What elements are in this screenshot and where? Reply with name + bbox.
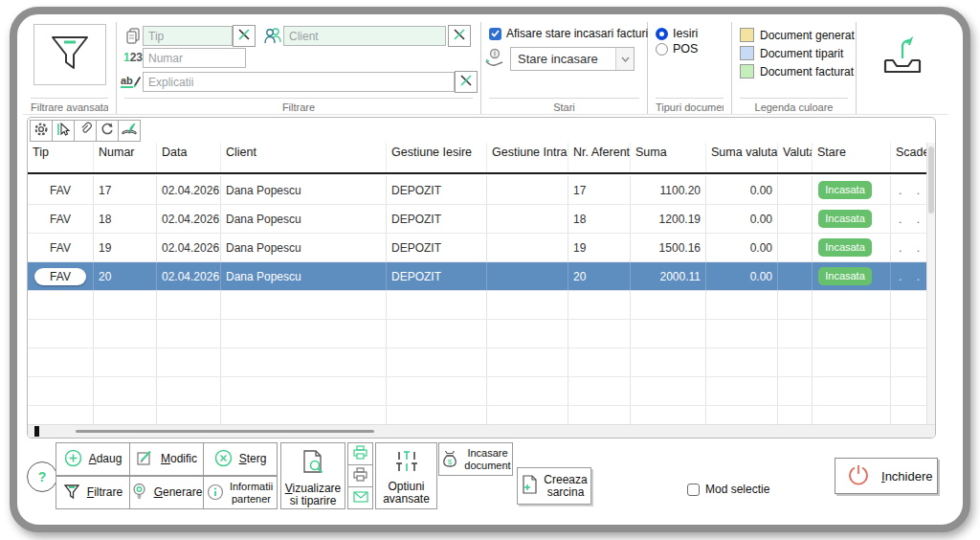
power-icon [847,463,870,489]
client-person-icon [262,26,283,45]
plus-circle-icon [64,449,82,470]
explicatii-input[interactable] [143,72,455,92]
document-preview-icon [301,449,325,479]
radio-unselected-icon [656,43,668,56]
button-label: Creeaza sarcina [544,474,588,499]
select-cursor-button[interactable] [52,120,75,142]
select-value: Stare incasare [511,52,615,66]
numar-123-icon: 123 [122,48,144,67]
attachments-button[interactable] [74,120,97,142]
clear-tip-button[interactable] [233,25,256,47]
incasare-document-button[interactable]: $ Incasare document [438,442,513,476]
legend-item-tiparit: Document tiparit [740,46,843,60]
numar-input[interactable] [143,48,246,68]
col-nr-aferent: Nr. Aferent [568,143,631,172]
button-label: Incasare document [464,447,512,472]
horizontal-scrollbar[interactable] [28,424,935,438]
document-type-icon [122,26,144,45]
radio-label: Iesiri [673,27,698,40]
section-label: Filtrare [124,98,473,113]
col-numar: Numar [94,143,157,172]
radio-pos[interactable]: POS [656,42,698,56]
documents-table-panel: Tip Numar Data Client Gestiune Iesire Ge… [27,117,936,439]
inchidere-button[interactable]: Inchidere [835,458,938,494]
mod-selectie-checkbox-row[interactable]: Mod selectie [687,483,769,496]
top-toolbar: Filtrare avansata 123 [23,22,947,115]
col-valuta: Valuta [778,143,813,172]
legend-yellow-swatch [740,28,754,42]
vertical-scrollbar[interactable] [926,143,935,425]
active-cell[interactable]: FAV [34,268,86,285]
col-client: Client [221,143,387,172]
scroll-left-marker [34,426,39,437]
table-row[interactable]: FAV 19 02.04.2026 Dana Popescu DEPOZIT 1… [28,234,927,262]
generare-button[interactable]: Generare [129,476,204,509]
informatii-partener-button[interactable]: Informatii partener [203,476,278,509]
filtrare-button[interactable]: Filtrare [56,476,130,509]
button-label: Informatii partener [229,481,275,506]
horizontal-scrollbar-thumb[interactable] [76,430,374,433]
adaug-button[interactable]: Adaug [56,442,130,476]
advanced-filter-button[interactable] [33,24,106,85]
print-button[interactable] [347,442,373,465]
dialog-frame: Filtrare avansata 123 [10,7,970,532]
inbox-export-icon [878,68,927,84]
modific-button[interactable]: Modific [129,442,204,476]
email-button[interactable] [347,486,373,509]
edit-pencil-icon [136,449,154,470]
col-gestiune-iesire: Gestiune Iesire [387,143,487,172]
paperclip-icon [78,122,93,141]
sterg-button[interactable]: Sterg [203,442,278,476]
chevron-down-icon [615,48,634,70]
checkbox-label: Mod selectie [705,483,769,496]
button-label: Generare [154,486,203,499]
button-label: Vizualizare si tiparire [282,483,344,507]
export-inbox-button[interactable] [878,35,927,85]
checkbox-checked-icon[interactable] [489,28,501,40]
button-label: Optiuni avansate [378,481,435,506]
journal-button[interactable] [118,120,141,142]
radio-iesiri[interactable]: Iesiri [656,27,698,40]
section-filtrare-avansata: Filtrare avansata [23,22,117,114]
col-suma-valuta: Suma valuta [706,143,778,172]
legend-item-generat: Document generat [740,28,855,42]
x-circle-icon [214,449,233,470]
client-input[interactable] [283,26,446,46]
col-gestiune-intrare: Gestiune Intrare [487,143,568,172]
afisare-stare-checkbox-row[interactable]: Afisare stare incasari facturi [489,27,648,40]
button-label: Adaug [89,453,122,465]
pencil-icon [133,75,142,88]
radio-selected-icon [656,28,668,40]
clear-client-button[interactable] [448,25,471,47]
refresh-button[interactable] [96,120,119,142]
creeaza-sarcina-button[interactable]: Creeaza sarcina [517,467,591,505]
section-stari: Afisare stare incasari facturi Stare inc… [481,22,648,114]
section-label: Filtrare avansata [31,98,108,113]
legend-green-swatch [740,64,754,79]
help-button[interactable]: ? [27,461,57,492]
col-tip: Tip [28,143,94,172]
print-copy-button[interactable] [347,464,373,487]
table-row-selected[interactable]: FAV 20 02.04.2026 Dana Popescu DEPOZIT 2… [28,262,927,291]
status-badge: Incasata [818,181,872,199]
table-row[interactable]: FAV 18 02.04.2026 Dana Popescu DEPOZIT 1… [28,205,927,234]
tip-input[interactable] [143,26,233,46]
table-toolbar [30,120,140,142]
table-header[interactable]: Tip Numar Data Client Gestiune Iesire Ge… [28,143,927,174]
settings-button[interactable] [30,120,53,142]
button-label: Modific [161,453,197,465]
printer-icon [352,445,368,462]
stare-incasare-select[interactable]: Stare incasare [510,47,635,71]
empty-row [28,377,927,406]
table-row[interactable]: FAV 17 02.04.2026 Dana Popescu DEPOZIT 1… [28,176,927,205]
checkbox-unchecked-icon[interactable] [687,484,700,496]
radio-label: POS [673,42,698,56]
empty-row [28,320,927,349]
refresh-icon [100,122,115,141]
section-label: Tipuri documente [656,98,724,113]
vertical-scrollbar-thumb[interactable] [928,146,934,214]
vizualizare-tiparire-button[interactable]: Vizualizare si tiparire [280,442,345,509]
lightbulb-icon [131,483,147,504]
clear-explicatii-button[interactable] [455,71,478,93]
optiuni-avansate-button[interactable]: Optiuni avansate [375,442,437,509]
